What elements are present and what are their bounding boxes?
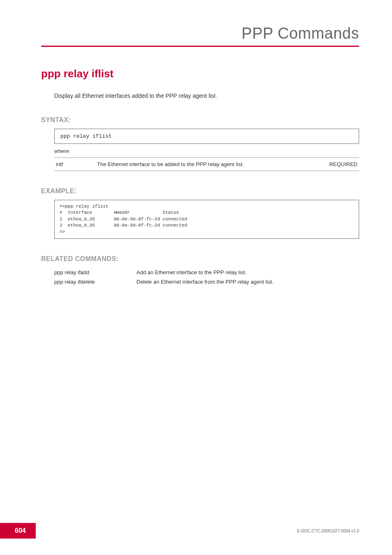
related-command-name: ppp relay ifdelete [54,277,136,287]
command-title: ppp relay iflist [41,67,359,80]
param-description: The Ethernet interface to be added to th… [95,158,318,171]
param-required: REQUIRED [318,158,359,171]
example-label: EXAMPLE: [41,187,359,195]
related-commands-table: ppp relay ifadd Add an Ethernet interfac… [54,268,359,287]
example-box: =>ppp relay iflist # Interface HWaddr St… [54,200,359,239]
command-description: Display all Ethernet interfaces added to… [54,92,359,99]
parameter-table: intf The Ethernet interface to be added … [54,157,359,171]
where-label: where: [54,148,359,154]
page-footer: 604 E-DOC-CTC-20061027-0004 v1.0 [0,523,392,539]
parameter-row: intf The Ethernet interface to be added … [54,158,359,171]
syntax-label: SYNTAX: [41,116,359,124]
header-divider [41,46,359,47]
related-command-description: Delete an Ethernet interface from the PP… [136,277,359,287]
page-header-title: PPP Commands [41,25,359,42]
document-reference: E-DOC-CTC-20061027-0004 v1.0 [297,529,392,533]
related-command-name: ppp relay ifadd [54,268,136,277]
related-command-row: ppp relay ifdelete Delete an Ethernet in… [54,277,359,287]
param-name: intf [54,158,95,171]
related-command-description: Add an Ethernet interface to the PPP rel… [136,268,359,277]
related-label: RELATED COMMANDS: [41,255,359,263]
page-number: 604 [0,523,36,539]
related-command-row: ppp relay ifadd Add an Ethernet interfac… [54,268,359,277]
syntax-box: ppp relay iflist [54,129,359,144]
